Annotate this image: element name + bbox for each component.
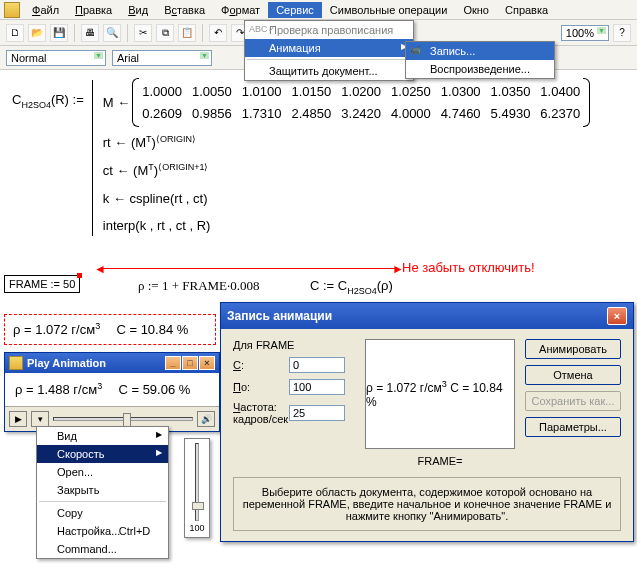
menu-file[interactable]: Файл xyxy=(24,2,67,18)
matrix-m: 1.00001.00501.01001.01501.02001.02501.03… xyxy=(136,80,586,125)
menu-protect[interactable]: Защитить документ... xyxy=(245,62,413,80)
frame-caption: FRAME= xyxy=(365,455,515,467)
cut-icon[interactable]: ✂ xyxy=(134,24,152,42)
animate-button[interactable]: Анимировать xyxy=(525,339,621,359)
play-button[interactable]: ▶ xyxy=(9,411,27,427)
print-icon[interactable]: 🖶 xyxy=(81,24,99,42)
paste-icon[interactable]: 📋 xyxy=(178,24,196,42)
play-slider[interactable] xyxy=(53,417,193,421)
save-icon[interactable]: 💾 xyxy=(50,24,68,42)
ctx-speed[interactable]: Скорость xyxy=(37,445,168,463)
menu-animation[interactable]: Анимация xyxy=(245,39,413,57)
menu-playback[interactable]: Воспроизведение... xyxy=(406,60,554,78)
undo-icon[interactable]: ↶ xyxy=(209,24,227,42)
close-button[interactable]: × xyxy=(199,356,215,370)
menu-view[interactable]: Вид xyxy=(120,2,156,18)
ctx-command[interactable]: Command... xyxy=(37,540,168,558)
preview-pane: ρ = 1.072 г/см3 C = 10.84 % xyxy=(365,339,515,449)
fps-input[interactable]: 25 xyxy=(289,405,345,421)
menu-symbolic[interactable]: Символьные операции xyxy=(322,2,456,18)
copy-icon[interactable]: ⧉ xyxy=(156,24,174,42)
ctx-copy[interactable]: Copy xyxy=(37,504,168,522)
dlg-title: Запись анимации xyxy=(227,309,332,323)
rho-def: ρ := 1 + FRAME·0.008 xyxy=(138,278,260,294)
minimize-button[interactable]: _ xyxy=(165,356,181,370)
from-input[interactable]: 0 xyxy=(289,357,345,373)
edit-marker-icon xyxy=(77,273,82,278)
ctx-open[interactable]: Open... xyxy=(37,463,168,481)
help-icon[interactable]: ? xyxy=(613,24,631,42)
play-title: Play Animation xyxy=(27,357,106,369)
menu-service[interactable]: Сервис xyxy=(268,2,322,18)
speed-slider[interactable]: 100 xyxy=(184,438,210,538)
open-icon[interactable]: 📂 xyxy=(28,24,46,42)
to-input[interactable]: 100 xyxy=(289,379,345,395)
menu-record[interactable]: 📹Запись... xyxy=(406,42,554,60)
options-button[interactable]: Параметры... xyxy=(525,417,621,437)
maximize-button[interactable]: □ xyxy=(182,356,198,370)
record-animation-dialog: Запись анимации × Для FRAME С:0 По:100 Ч… xyxy=(220,302,634,542)
annotation-line xyxy=(100,268,396,269)
saveas-button: Сохранить как... xyxy=(525,391,621,411)
arrow-left-icon: ◄ xyxy=(94,262,106,276)
frame-assign[interactable]: FRAME := 50 xyxy=(4,275,80,293)
result-box: ρ = 1.072 г/см3 C = 10.84 % xyxy=(4,314,216,345)
ctx-view[interactable]: Вид xyxy=(37,427,168,445)
dlg-close-button[interactable]: × xyxy=(607,307,627,325)
dlg-hint: Выберите область документа, содержимое к… xyxy=(233,477,621,531)
menubar: Файл Правка Вид Вставка Формат Сервис Си… xyxy=(0,0,637,20)
app-icon xyxy=(4,2,20,18)
ctx-config[interactable]: Настройка...Ctrl+D xyxy=(37,522,168,540)
menu-edit[interactable]: Правка xyxy=(67,2,120,18)
speaker-icon[interactable]: 🔊 xyxy=(197,411,215,427)
menu-insert[interactable]: Вставка xyxy=(156,2,213,18)
play-app-icon xyxy=(9,356,23,370)
menu-help[interactable]: Справка xyxy=(497,2,556,18)
c-def: C := CH2SO4(ρ) xyxy=(310,278,393,296)
play-animation-window: Play Animation _ □ × ρ = 1.488 г/см3 C =… xyxy=(4,352,220,432)
font-combo[interactable]: Arial xyxy=(112,50,212,66)
menu-dropdown-button[interactable]: ▾ xyxy=(31,411,49,427)
new-icon[interactable]: 🗋 xyxy=(6,24,24,42)
zoom-combo[interactable]: 100% xyxy=(561,25,609,41)
annotation-label: Не забыть отключить! xyxy=(402,260,535,275)
menu-spellcheck: ABC✓Проверка правописания xyxy=(245,21,413,39)
group-label: Для FRAME xyxy=(233,339,355,351)
animation-submenu: 📹Запись... Воспроизведение... xyxy=(405,41,555,79)
service-dropdown: ABC✓Проверка правописания Анимация Защит… xyxy=(244,20,414,81)
menu-format[interactable]: Формат xyxy=(213,2,268,18)
document-area: CH2SO4(R) := M ← 1.00001.00501.01001.015… xyxy=(0,70,637,252)
play-context-menu: Вид Скорость Open... Закрыть Copy Настро… xyxy=(36,426,169,559)
cancel-button[interactable]: Отмена xyxy=(525,365,621,385)
style-combo[interactable]: Normal xyxy=(6,50,106,66)
preview-icon[interactable]: 🔍 xyxy=(103,24,121,42)
ctx-close[interactable]: Закрыть xyxy=(37,481,168,499)
menu-window[interactable]: Окно xyxy=(455,2,497,18)
